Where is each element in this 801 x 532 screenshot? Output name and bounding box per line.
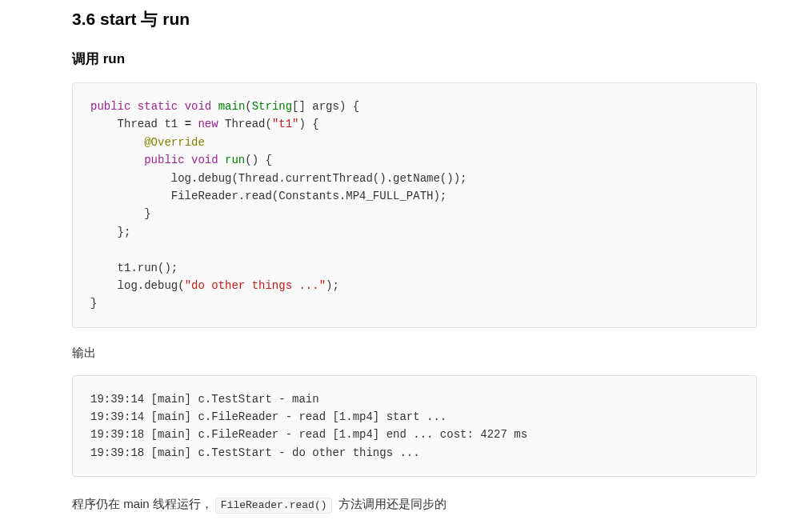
code-block-output[interactable]: 19:39:14 [main] c.TestStart - main 19:39… — [72, 375, 757, 478]
code-block-java[interactable]: public static void main(String[] args) {… — [72, 82, 757, 328]
output-label: 输出 — [72, 346, 757, 361]
inline-code: FileReader.read() — [215, 498, 333, 514]
description-text: 程序仍在 main 线程运行，FileReader.read() 方法调用还是同… — [72, 494, 757, 514]
description-part1: 程序仍在 main 线程运行， — [72, 497, 213, 510]
section-subheading: 调用 run — [72, 50, 757, 68]
description-part2: 方法调用还是同步的 — [334, 497, 446, 510]
section-heading: 3.6 start 与 run — [72, 8, 757, 30]
document-content: 3.6 start 与 run 调用 run public static voi… — [0, 0, 801, 514]
